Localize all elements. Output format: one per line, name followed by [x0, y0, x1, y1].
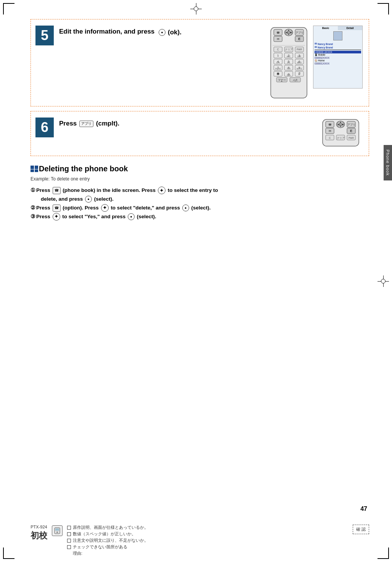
svg-text:E: E	[350, 129, 352, 133]
step-5-detail-screen: Basic Detail ✉ Nancy Brand ✉ Nancy Brand	[313, 26, 363, 89]
svg-text:アプリ: アプリ	[347, 123, 355, 126]
svg-text:PQRS: PQRS	[275, 68, 281, 70]
top-crosshair	[190, 3, 202, 14]
svg-rect-86	[31, 169, 34, 172]
svg-text:✱: ✱	[276, 72, 280, 76]
footer-reason: 理由:	[73, 551, 348, 556]
footer-phone-icon	[52, 525, 63, 536]
svg-point-90	[56, 531, 58, 533]
phone-book-btn-2: ☎	[53, 205, 61, 212]
main-content: 5 Edit the information, and press ● (ok)…	[31, 19, 369, 516]
svg-text:▼: ▼	[339, 125, 342, 127]
svg-rect-89	[55, 528, 59, 531]
step-5-container: 5 Edit the information, and press ● (ok)…	[31, 19, 369, 106]
checkbox-1	[67, 526, 71, 530]
svg-text:▲: ▲	[281, 80, 283, 82]
svg-text:E: E	[298, 37, 300, 41]
phone-book-btn-1: ☎	[53, 187, 61, 194]
svg-text:✉: ✉	[329, 129, 331, 133]
detail-content: ✉ Nancy Brand ✉ Nancy Brand 030000 4XXXX…	[313, 42, 362, 66]
step-6-number: 6	[35, 118, 54, 137]
svg-text:PAR: PAR	[297, 48, 302, 51]
svg-text:GHI: GHI	[276, 61, 280, 64]
svg-text:☎: ☎	[276, 31, 280, 34]
section-title: Deleting the phone book	[39, 164, 128, 173]
svg-text:PAR: PAR	[349, 137, 354, 139]
corner-mark-bl	[3, 548, 14, 559]
svg-text:DEF: DEF	[297, 55, 301, 58]
svg-rect-84	[31, 166, 34, 169]
svg-text:◀: ◀	[286, 31, 288, 34]
sidebar-tab: Phone book	[384, 145, 392, 180]
instruction-2: ② Press ☎ (option). Press ✦ to select "d…	[31, 204, 369, 213]
detail-num3: 030001XXXX	[315, 62, 361, 65]
step-5-text: Edit the information, and press ● (ok).	[59, 26, 267, 39]
footer-checklist: 原作説明、画面が仕様とあっているか。 数値（スペック値）が正しいか。 注意文や説…	[67, 525, 348, 556]
instruction-list: ① Press ☎ (phone book) in the idle scree…	[31, 186, 369, 221]
svg-text:SPA: SPA	[287, 74, 291, 76]
svg-text:▲: ▲	[288, 29, 290, 31]
detail-row-name2: ✉ Nancy Brand	[315, 46, 361, 49]
ok-btn-2: ●	[182, 205, 189, 211]
contact-avatar	[333, 31, 342, 40]
model-number: PTX-924	[31, 525, 47, 529]
ok-btn-1: ●	[85, 196, 92, 203]
svg-text:▲: ▲	[339, 121, 342, 123]
svg-text:C: C	[329, 137, 331, 139]
step-6-title: Press アプリ (cmplt).	[59, 119, 313, 128]
svg-text:✉: ✉	[277, 37, 280, 41]
step-6-keypad: ☎ ▲ ▼ ◀ ▶ アプリ E ✉ C クリア	[319, 118, 363, 148]
footer-check-3: 注意文や説明文に誤り、不足がないか。	[67, 538, 348, 543]
section-icon	[31, 166, 39, 172]
delete-section: Deleting the phone book Example: To dele…	[31, 164, 369, 221]
nav-btn-3: ✦	[53, 213, 60, 221]
instruction-3: ③ Press ✦ to select "Yes," and press ● (…	[31, 213, 369, 221]
svg-text:▶: ▶	[342, 123, 344, 126]
step-6-container: 6 Press アプリ (cmplt). ☎ ▲ ▼ ◀ ▶	[31, 111, 369, 156]
svg-text:☎: ☎	[328, 123, 332, 126]
model-kanji: 初校	[31, 530, 47, 541]
divider	[315, 50, 361, 50]
detail-home: 🏠 Home	[315, 59, 361, 62]
checkbox-2	[67, 532, 71, 536]
corner-mark-tl	[3, 3, 14, 14]
detail-tab-basic: Basic	[313, 26, 338, 30]
corner-mark-tr	[378, 3, 389, 14]
detail-row-name1: ✉ Nancy Brand	[315, 42, 361, 45]
detail-num2: 030002XXXX	[315, 56, 361, 59]
footer-check-4: チェックできない箇所がある	[67, 544, 348, 550]
detail-tabs: Basic Detail	[313, 26, 362, 30]
svg-text:クリア: クリア	[337, 137, 345, 139]
svg-text:MNO: MNO	[297, 61, 302, 64]
instruction-1: ① Press ☎ (phone book) in the idle scree…	[31, 186, 369, 204]
svg-text:アプリ: アプリ	[296, 31, 304, 34]
step-5-keypad: ☎ ▲ ▼ ◀ ▶ アプリ E ✉	[267, 26, 311, 100]
step-5-ok-btn: ● (ok).	[158, 28, 182, 37]
checkbox-4	[67, 545, 71, 549]
step-6-text: Press アプリ (cmplt).	[59, 118, 313, 130]
step-6-image: ☎ ▲ ▼ ◀ ▶ アプリ E ✉ C クリア	[319, 118, 363, 150]
svg-rect-87	[35, 169, 38, 172]
page-number: 47	[360, 506, 367, 512]
svg-text:1: 1	[277, 54, 279, 57]
ok-circle-icon: ●	[159, 29, 165, 36]
svg-text:クリア: クリア	[285, 48, 293, 51]
corner-mark-br	[378, 548, 389, 559]
svg-text:WXYZ: WXYZ	[297, 68, 302, 70]
footer-area: PTX-924 初校 原作説明、画面が仕様とあっているか。 数値（スペック値）が…	[31, 525, 369, 556]
svg-text:▼: ▼	[294, 80, 296, 82]
svg-text:▼: ▼	[288, 33, 290, 35]
svg-text:ABC: ABC	[287, 55, 291, 58]
svg-rect-85	[35, 166, 38, 169]
section-example: Example: To delete one entry	[31, 176, 369, 182]
detail-tab-detail: Detail	[338, 26, 362, 30]
section-header: Deleting the phone book	[31, 164, 369, 173]
svg-text:▶: ▶	[290, 31, 292, 34]
step-5-number: 5	[35, 26, 54, 45]
appli-button-icon: アプリ	[79, 121, 93, 127]
right-crosshair	[378, 275, 389, 287]
footer-check-2: 数値（スペック値）が正しいか。	[67, 531, 348, 537]
step-5-title: Edit the information, and press ● (ok).	[59, 27, 267, 37]
svg-text:JKL: JKL	[287, 61, 291, 64]
checkbox-3	[67, 539, 71, 543]
